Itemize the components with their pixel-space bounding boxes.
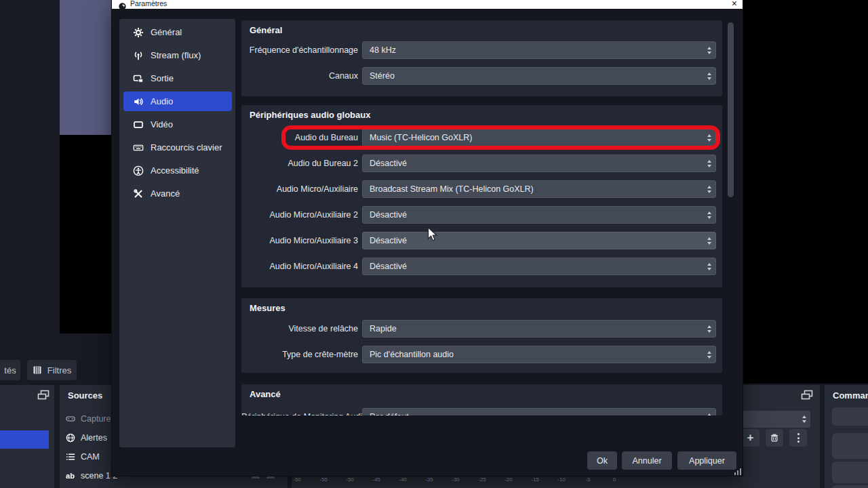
combobox-audio-micro-auxiliaire[interactable]: Broadcast Stream Mix (TC-Helicon GoXLR)	[362, 180, 716, 198]
sources-panel-title: Sources	[68, 390, 102, 401]
keyboard-icon	[133, 142, 144, 153]
field-label: Audio du Bureau	[241, 129, 358, 146]
kebab-menu-icon[interactable]	[789, 429, 807, 447]
sidebar-item-label: Avancé	[151, 188, 180, 199]
combobox-value: Désactivé	[370, 232, 407, 249]
combobox-audio-micro-auxiliaire-3[interactable]: Désactivé	[362, 232, 716, 249]
combobox-value: Rapide	[370, 321, 397, 337]
combobox-value: 48 kHz	[370, 42, 396, 58]
dialog-titlebar[interactable]: Paramètres ×	[112, 0, 743, 9]
combobox-canaux[interactable]: Stéréo	[362, 67, 716, 85]
command-button[interactable]	[832, 485, 868, 488]
spinner-arrows-icon	[703, 232, 715, 249]
ok-button[interactable]: Ok	[587, 451, 617, 470]
source-item-capture[interactable]: Capture	[65, 411, 111, 427]
combobox-fr-quence-d-chantillonnage[interactable]: 48 kHz	[362, 41, 716, 59]
field-label: Audio Micro/Auxiliaire 4	[241, 258, 358, 275]
combobox-audio-du-bureau-2[interactable]: Désactivé	[362, 155, 716, 172]
mixer-clipped-widget	[252, 476, 260, 479]
field-label: Périphérique de Monitoring Audio	[241, 408, 358, 415]
source-item-scene-1-2[interactable]: abscene 1 2	[65, 468, 117, 484]
sidebar-item-label: Général	[151, 27, 182, 37]
sidebar-item-audio[interactable]: Audio	[123, 92, 232, 111]
db-scale-tick: 0	[613, 476, 616, 483]
combobox-value: Stéréo	[370, 68, 395, 84]
db-scale-tick: -40	[399, 476, 407, 483]
section-title: Avancé	[250, 389, 281, 399]
db-scale-tick: -35	[425, 476, 433, 483]
db-scale-tick: -50	[346, 476, 354, 483]
remove-transition-button[interactable]	[766, 429, 783, 447]
filters-button[interactable]: Filtres	[27, 360, 77, 380]
transition-select[interactable]	[743, 411, 810, 428]
spinner-arrows-icon	[703, 155, 715, 171]
settings-sidebar: GénéralStream (flux)SortieAudioVidéoRacc…	[119, 19, 235, 447]
spinner-arrows-icon	[797, 411, 810, 428]
scenes-panel	[0, 385, 54, 488]
settings-dialog: Paramètres × GénéralStream (flux)SortieA…	[112, 0, 743, 476]
sidebar-item-label: Audio	[151, 96, 173, 106]
sidebar-item-vid-o[interactable]: Vidéo	[123, 115, 232, 134]
spinner-arrows-icon	[703, 258, 715, 274]
sidebar-item-sortie[interactable]: Sortie	[123, 68, 232, 88]
field-label: Audio Micro/Auxiliaire 2	[241, 206, 358, 224]
obs-logo-icon	[119, 1, 126, 9]
db-scale-tick: -55	[319, 476, 328, 483]
source-item-alertes[interactable]: Alertes	[65, 430, 107, 446]
settings-section-avanc: AvancéPériphérique de Monitoring AudioPa…	[241, 384, 722, 415]
filters-button-label: Filtres	[47, 365, 71, 375]
spinner-arrows-icon	[703, 346, 715, 363]
globe-icon	[65, 433, 75, 443]
field-label: Type de crête-mètre	[241, 346, 358, 363]
cancel-button[interactable]: Annuler	[622, 451, 672, 470]
close-icon[interactable]: ×	[732, 0, 737, 9]
command-button[interactable]	[832, 462, 868, 483]
dialog-scrollbar[interactable]	[728, 22, 734, 197]
combobox-audio-micro-auxiliaire-4[interactable]: Désactivé	[362, 258, 716, 275]
popout-icon[interactable]	[801, 390, 814, 401]
command-button[interactable]	[832, 433, 868, 459]
selected-scene-item[interactable]	[0, 430, 49, 449]
sidebar-item-accessibilit[interactable]: Accessibilité	[123, 161, 232, 180]
source-item-label: Capture	[81, 414, 111, 424]
properties-button-clipped[interactable]: tés	[0, 360, 20, 380]
sidebar-item-avanc[interactable]: Avancé	[123, 184, 232, 203]
spinner-arrows-icon	[703, 181, 715, 197]
combobox-type-de-cr-te-m-tre[interactable]: Pic d'échantillon audio	[362, 346, 716, 363]
db-scale-tick: -25	[478, 476, 486, 483]
source-item-label: CAM	[81, 452, 100, 462]
db-scale-tick: -60	[293, 476, 301, 483]
apply-button[interactable]: Appliquer	[677, 451, 736, 470]
field-label: Audio du Bureau 2	[241, 155, 358, 172]
gear-icon	[133, 27, 144, 38]
settings-section-g-n-ral: GénéralFréquence d'échantillonnage48 kHz…	[241, 20, 722, 96]
sidebar-item-g-n-ral[interactable]: Général	[123, 22, 232, 42]
combobox-p-riph-rique-de-monitoring-audio[interactable]: Par défaut	[362, 408, 716, 415]
popout-icon[interactable]	[37, 390, 51, 401]
preview-window-block	[60, 0, 112, 135]
sidebar-item-label: Sortie	[151, 73, 174, 83]
speaker-icon	[133, 96, 144, 107]
combobox-audio-micro-auxiliaire-2[interactable]: Désactivé	[362, 206, 716, 224]
combobox-value: Par défaut	[370, 409, 409, 415]
db-scale-tick: -15	[531, 476, 539, 483]
add-label: +	[747, 431, 754, 445]
preview-black-area-left	[60, 135, 112, 333]
field-label: Canaux	[241, 67, 358, 85]
section-title: Mesures	[250, 303, 285, 313]
db-scale-tick: -30	[452, 476, 460, 483]
sidebar-item-stream-flux[interactable]: Stream (flux)	[123, 45, 232, 65]
source-item-cam[interactable]: CAM	[65, 449, 100, 465]
command-button[interactable]	[832, 407, 868, 426]
source-item-label: Alertes	[81, 433, 107, 443]
combobox-audio-du-bureau[interactable]: Music (TC-Helicon GoXLR)	[362, 129, 716, 146]
section-title: Général	[250, 25, 282, 35]
combobox-vitesse-de-rel-che[interactable]: Rapide	[362, 320, 716, 338]
db-scale-tick: -20	[505, 476, 513, 483]
field-label: Audio Micro/Auxiliaire	[241, 180, 358, 198]
combobox-value: Broadcast Stream Mix (TC-Helicon GoXLR)	[370, 181, 534, 197]
sidebar-item-raccourcis-clavier[interactable]: Raccourcis clavier	[123, 138, 232, 157]
resize-grip[interactable]	[734, 468, 743, 475]
mixer-clipped-widget	[267, 476, 275, 479]
add-transition-button[interactable]: +	[743, 429, 760, 447]
